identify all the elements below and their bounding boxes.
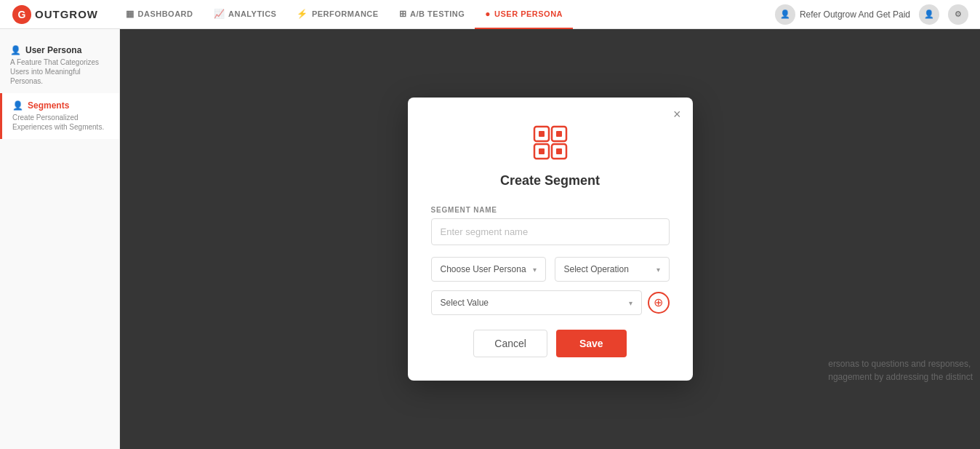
persona-dropdown-arrow: ▾	[533, 266, 537, 274]
logo[interactable]: G OUTGROW	[12, 4, 98, 25]
svg-rect-6	[539, 131, 545, 137]
plus-icon: ⊕	[654, 297, 663, 309]
segment-icon	[531, 124, 569, 162]
nav-performance[interactable]: ⚡ Performance	[286, 0, 388, 29]
modal-actions: Cancel Save	[431, 330, 670, 357]
main-layout: 👤 User Persona A Feature That Categorize…	[0, 29, 980, 449]
nav-abtesting[interactable]: ⊞ A/B Testing	[389, 0, 475, 29]
top-navigation: G OUTGROW ▦ Dashboard 📈 Analytics ⚡ Perf…	[0, 0, 980, 29]
svg-text:G: G	[18, 9, 26, 20]
modal-title: Create Segment	[431, 173, 670, 188]
persona-desc: A Feature That Categorizes Users into Me…	[10, 57, 109, 86]
nav-userpersona[interactable]: ● User Persona	[475, 0, 573, 29]
refer-avatar: 👤	[775, 4, 795, 25]
choose-persona-dropdown[interactable]: Choose User Persona ▾	[431, 257, 546, 282]
segments-desc: Create Personalized Experiences with Seg…	[12, 113, 109, 132]
svg-rect-9	[556, 148, 562, 154]
cancel-button[interactable]: Cancel	[473, 330, 547, 357]
userpersona-icon: ●	[485, 9, 491, 19]
nav-right: 👤 Refer Outgrow And Get Paid 👤 ⚙	[775, 4, 968, 25]
dashboard-icon: ▦	[126, 9, 134, 19]
create-segment-modal: × Create Segment SEGMENT NAME	[408, 98, 693, 381]
performance-icon: ⚡	[297, 9, 308, 19]
operation-dropdown-arrow: ▾	[656, 266, 660, 274]
svg-rect-8	[539, 148, 545, 154]
sidebar-item-title-persona: 👤 User Persona	[10, 45, 109, 55]
settings-avatar[interactable]: ⚙	[948, 4, 968, 25]
sidebar: 👤 User Persona A Feature That Categorize…	[0, 29, 120, 449]
sidebar-item-title-segments: 👤 Segments	[12, 100, 109, 111]
save-button[interactable]: Save	[556, 330, 627, 357]
abtesting-icon: ⊞	[399, 9, 407, 19]
modal-close-button[interactable]: ×	[673, 108, 681, 121]
nav-dashboard[interactable]: ▦ Dashboard	[116, 0, 204, 29]
segment-name-input[interactable]	[431, 218, 670, 245]
nav-items: ▦ Dashboard 📈 Analytics ⚡ Performance ⊞ …	[116, 0, 775, 29]
logo-icon: G	[12, 4, 32, 25]
modal-overlay: × Create Segment SEGMENT NAME	[120, 29, 980, 449]
persona-icon: 👤	[10, 45, 21, 55]
refer-button[interactable]: 👤 Refer Outgrow And Get Paid	[775, 4, 910, 25]
segment-name-label: SEGMENT NAME	[431, 206, 670, 214]
analytics-icon: 📈	[214, 9, 225, 19]
sidebar-item-segments[interactable]: 👤 Segments Create Personalized Experienc…	[0, 93, 119, 139]
nav-analytics[interactable]: 📈 Analytics	[204, 0, 287, 29]
select-value-dropdown[interactable]: Select Value ▾	[431, 290, 642, 315]
select-operation-dropdown[interactable]: Select Operation ▾	[555, 257, 670, 282]
content-area: ersonas to questions and responses, ngag…	[120, 29, 980, 449]
modal-icon-area	[431, 124, 670, 164]
logo-text: OUTGROW	[35, 8, 98, 20]
value-dropdown-arrow: ▾	[629, 299, 632, 307]
value-row: Select Value ▾ ⊕	[431, 290, 670, 315]
dropdowns-row: Choose User Persona ▾ Select Operation ▾	[431, 257, 670, 282]
svg-rect-7	[556, 131, 562, 137]
add-condition-button[interactable]: ⊕	[648, 292, 670, 314]
sidebar-item-user-persona[interactable]: 👤 User Persona A Feature That Categorize…	[0, 38, 119, 93]
user-avatar[interactable]: 👤	[919, 4, 939, 25]
segments-icon: 👤	[12, 100, 23, 111]
